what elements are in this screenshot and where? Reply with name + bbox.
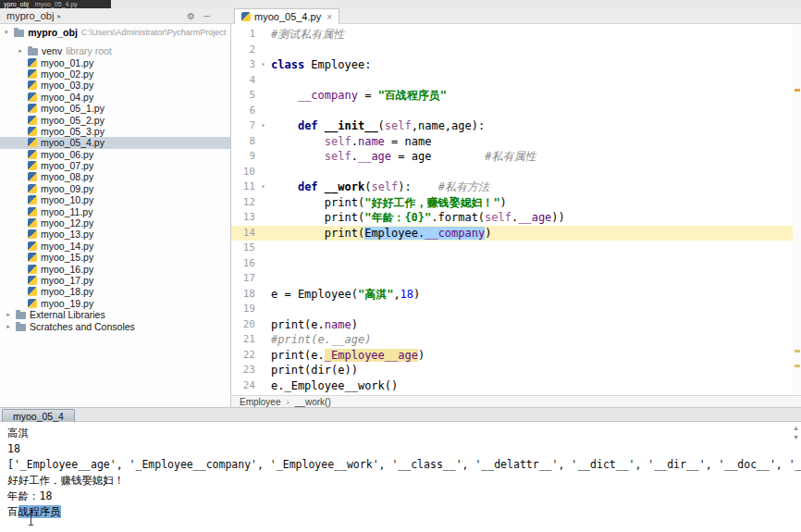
run-console[interactable]: 高淇18['_Employee__age', '_Employee__compa…	[0, 422, 801, 532]
item-name-label: myoo_17.py	[41, 275, 93, 286]
collapse-arrow-icon[interactable]: ▾	[5, 29, 10, 36]
code-line-3[interactable]: 3▾class Employee:	[231, 57, 801, 73]
item-name-label: myoo_14.py	[41, 241, 93, 252]
settings-gear-icon[interactable]: ⚙	[187, 10, 195, 22]
code-editor[interactable]: 1#测试私有属性23▾class Employee:45 __company =…	[231, 24, 801, 395]
code-token: class	[271, 58, 304, 71]
project-item-myoo_12-py[interactable]: myoo_12.py	[0, 217, 230, 229]
gutter-spacer	[255, 226, 271, 241]
project-item-myoo_05_1-py[interactable]: myoo_05_1.py	[0, 103, 230, 114]
code-line-2[interactable]: 2	[231, 43, 801, 58]
project-item-myoo_05_3-py[interactable]: myoo_05_3.py	[0, 126, 230, 137]
project-folder-icon	[14, 30, 24, 37]
close-tab-icon[interactable]: ×	[327, 12, 332, 22]
project-item-myoo_04-py[interactable]: myoo_04.py	[0, 92, 230, 103]
code-line-9[interactable]: 9 self.__age = age #私有属性	[231, 149, 801, 165]
console-output-line-6: 百战程序员	[7, 504, 801, 520]
item-name-label: myoo_11.py	[41, 206, 92, 217]
code-line-5[interactable]: 5 __company = "百战程序员"	[231, 88, 801, 104]
project-item-myoo_03-py[interactable]: myoo_03.py	[0, 80, 230, 91]
project-item-myoo_06-py[interactable]: myoo_06.py	[0, 149, 230, 160]
project-root-row[interactable]: ▾ mypro_obj C:\Users\Administrator\Pycha…	[0, 24, 230, 40]
code-text: print(dir(e))	[271, 363, 801, 378]
scroll-down-icon[interactable]: ▼	[793, 434, 799, 440]
code-token: 18	[400, 288, 413, 301]
code-line-7[interactable]: 7▾ def __init__(self,name,age):	[231, 118, 801, 134]
project-item-myoo_01-py[interactable]: myoo_01.py	[0, 56, 230, 68]
code-line-22[interactable]: 22print(e._Employee__age)	[231, 348, 801, 364]
python-file-icon	[28, 161, 37, 170]
code-line-13[interactable]: 13 print("年龄：{0}".format(self.__age))	[231, 210, 801, 226]
code-line-18[interactable]: 18e = Employee("高淇",18)	[231, 287, 801, 303]
gutter-spacer	[255, 165, 271, 180]
console-output-line-1: 高淇	[7, 426, 801, 441]
navbar-project-breadcrumb[interactable]: mypro_obj ▸	[6, 10, 61, 21]
project-item-venv[interactable]: ▸venvlibrary root	[0, 45, 230, 56]
code-line-24[interactable]: 24e._Employee__work()	[231, 378, 801, 394]
code-line-11[interactable]: 11▾ def __work(self): #私有方法	[231, 179, 801, 195]
code-line-23[interactable]: 23print(dir(e))	[231, 363, 801, 378]
code-line-16[interactable]: 16	[231, 256, 801, 272]
fold-arrow-icon[interactable]: ▾	[255, 118, 271, 134]
folder-icon	[28, 48, 38, 56]
item-name-label: myoo_13.py	[41, 229, 93, 240]
console-tab-myoo-05-4[interactable]: myoo_05_4	[2, 409, 75, 422]
gutter-spacer	[255, 210, 271, 226]
breadcrumb-class[interactable]: Employee	[240, 397, 280, 407]
code-token: __company	[298, 89, 358, 102]
project-item-myoo_14-py[interactable]: myoo_14.py	[0, 241, 230, 252]
python-file-icon	[28, 265, 37, 274]
project-item-myoo_02-py[interactable]: myoo_02.py	[0, 68, 230, 80]
code-token	[271, 119, 298, 132]
code-line-12[interactable]: 12 print("好好工作，赚钱娶媳妇！")	[231, 195, 801, 211]
line-number: 10	[231, 165, 255, 180]
breadcrumb-method[interactable]: __work()	[295, 397, 331, 407]
code-line-14[interactable]: 14 print(Employee.__company)	[231, 226, 801, 241]
project-item-scratches-and-consoles[interactable]: ▸Scratches and Consoles	[0, 320, 230, 331]
code-line-4[interactable]: 4	[231, 73, 801, 89]
project-item-myoo_18-py[interactable]: myoo_18.py	[0, 286, 230, 297]
project-item-myoo_15-py[interactable]: myoo_15.py	[0, 252, 230, 263]
editor-tab-myoo-05-4[interactable]: myoo_05_4.py ×	[234, 8, 339, 24]
item-name-label: myoo_02.py	[41, 68, 93, 80]
hide-panel-icon[interactable]: ─	[203, 10, 210, 22]
project-item-myoo_13-py[interactable]: myoo_13.py	[0, 229, 230, 240]
project-item-myoo_07-py[interactable]: myoo_07.py	[0, 160, 230, 171]
project-item-myoo_08-py[interactable]: myoo_08.py	[0, 171, 230, 182]
project-item-myoo_05_2-py[interactable]: myoo_05_2.py	[0, 114, 230, 125]
scroll-up-icon[interactable]: ▲	[793, 425, 799, 431]
code-token: print(e.	[271, 349, 325, 362]
panel-toolbar: ⚙─	[187, 10, 210, 22]
code-line-10[interactable]: 10	[231, 165, 801, 180]
fold-arrow-icon[interactable]: ▾	[255, 179, 271, 195]
project-item-myoo_10-py[interactable]: myoo_10.py	[0, 194, 230, 205]
code-line-1[interactable]: 1#测试私有属性	[231, 27, 801, 43]
code-line-20[interactable]: 20print(e.name)	[231, 317, 801, 333]
line-number: 16	[231, 256, 255, 272]
code-line-17[interactable]: 17	[231, 271, 801, 287]
editor-scrollbar[interactable]	[793, 24, 801, 395]
code-line-8[interactable]: 8 self.name = name	[231, 134, 801, 150]
project-item-external-libraries[interactable]: ▸External Libraries	[0, 309, 230, 320]
code-line-6[interactable]: 6	[231, 104, 801, 119]
project-item-myoo_17-py[interactable]: myoo_17.py	[0, 275, 230, 286]
console-output-line-2: 18	[7, 441, 801, 457]
project-item-myoo_19-py[interactable]: myoo_19.py	[0, 298, 230, 309]
code-line-19[interactable]: 19	[231, 302, 801, 317]
code-line-21[interactable]: 21#print(e.__age)	[231, 332, 801, 348]
console-output-line-5: 年龄：18	[7, 489, 801, 504]
fold-arrow-icon[interactable]: ▾	[255, 57, 271, 73]
python-file-icon	[28, 116, 37, 125]
project-item-myoo_09-py[interactable]: myoo_09.py	[0, 183, 230, 194]
project-item-myoo_11-py[interactable]: myoo_11.py	[0, 205, 230, 217]
code-token: e = Employee(	[271, 288, 358, 301]
code-line-15[interactable]: 15	[231, 241, 801, 256]
code-token: )	[413, 288, 420, 301]
expand-arrow-icon[interactable]: ▸	[5, 323, 12, 330]
project-item-myoo_05_4-py[interactable]: myoo_05_4.py	[0, 137, 230, 148]
expand-arrow-icon[interactable]: ▸	[17, 47, 24, 55]
expand-arrow-icon[interactable]: ▸	[5, 311, 12, 318]
titlebar-tab-label: myoo_05_4.py	[35, 0, 78, 8]
code-token: #私有方法	[438, 180, 489, 193]
project-item-myoo_16-py[interactable]: myoo_16.py	[0, 263, 230, 274]
